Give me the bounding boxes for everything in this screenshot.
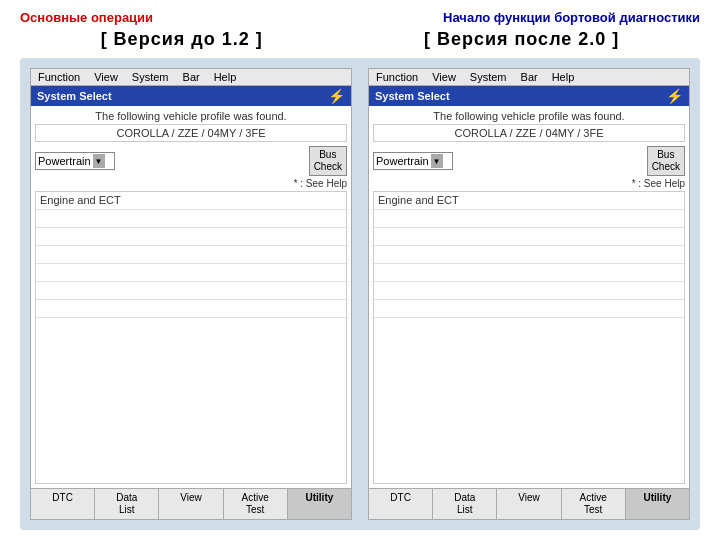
right-dropdown-arrow[interactable]: ▼ [431,154,443,168]
left-bus-check-button[interactable]: BusCheck [309,146,347,176]
panels-row: Function View System Bar Help System Sel… [20,58,700,530]
right-menu-system[interactable]: System [467,70,510,84]
left-menu-help[interactable]: Help [211,70,240,84]
list-item [374,264,684,282]
right-tab-data-list[interactable]: DataList [433,489,497,519]
right-profile-found: The following vehicle profile was found. [373,110,685,122]
list-item [374,300,684,318]
version-row: [ Версия до 1.2 ] [ Версия после 2.0 ] [20,29,700,50]
left-tab-data-list[interactable]: DataList [95,489,159,519]
left-tab-active-test[interactable]: ActiveTest [224,489,288,519]
list-item: Engine and ECT [374,192,684,210]
right-tab-view[interactable]: View [497,489,561,519]
list-item [36,228,346,246]
version-right: [ Версия после 2.0 ] [424,29,619,50]
left-powertrain-label: Powertrain [38,155,91,167]
right-panel-inner: Function View System Bar Help System Sel… [368,68,690,520]
left-tab-dtc[interactable]: DTC [31,489,95,519]
list-item [36,246,346,264]
list-item [374,210,684,228]
right-powertrain-row: Powertrain ▼ BusCheck [373,146,685,176]
right-menu-function[interactable]: Function [373,70,421,84]
left-profile-found: The following vehicle profile was found. [35,110,347,122]
version-left: [ Версия до 1.2 ] [101,29,263,50]
right-menu-help[interactable]: Help [549,70,578,84]
right-tab-active-test[interactable]: ActiveTest [562,489,626,519]
right-section-label: Начало функции бортовой диагностики [443,10,700,25]
left-tab-view[interactable]: View [159,489,223,519]
left-vehicle-info: COROLLA / ZZE / 04MY / 3FE [35,124,347,142]
left-menu-bar: Function View System Bar Help [31,69,351,86]
left-dropdown-arrow[interactable]: ▼ [93,154,105,168]
left-panel-inner: Function View System Bar Help System Sel… [30,68,352,520]
right-vehicle-info: COROLLA / ZZE / 04MY / 3FE [373,124,685,142]
left-menu-view[interactable]: View [91,70,121,84]
left-menu-bar[interactable]: Bar [180,70,203,84]
left-system-select-label: System Select [37,90,112,102]
right-list-area: Engine and ECT [373,191,685,484]
list-item [374,228,684,246]
page: Основные операции Начало функции бортово… [0,0,720,540]
right-lightning-icon: ⚡ [666,88,683,104]
left-lightning-icon: ⚡ [328,88,345,104]
right-powertrain-dropdown[interactable]: Powertrain ▼ [373,152,453,170]
list-item: Engine and ECT [36,192,346,210]
list-item [36,300,346,318]
left-tab-bar: DTC DataList View ActiveTest Utility [31,488,351,519]
list-item [36,264,346,282]
right-tab-bar: DTC DataList View ActiveTest Utility [369,488,689,519]
left-list-area: Engine and ECT [35,191,347,484]
left-powertrain-row: Powertrain ▼ BusCheck [35,146,347,176]
left-section-label: Основные операции [20,10,153,25]
right-menu-bar[interactable]: Bar [518,70,541,84]
list-item [36,210,346,228]
list-item [374,246,684,264]
left-menu-system[interactable]: System [129,70,172,84]
left-panel: Function View System Bar Help System Sel… [30,68,352,520]
right-powertrain-label: Powertrain [376,155,429,167]
top-labels: Основные операции Начало функции бортово… [20,10,700,25]
list-item [374,282,684,300]
right-tab-utility[interactable]: Utility [626,489,689,519]
right-system-select-label: System Select [375,90,450,102]
left-tab-utility[interactable]: Utility [288,489,351,519]
left-content-area: The following vehicle profile was found.… [31,106,351,488]
left-system-select-bar: System Select ⚡ [31,86,351,106]
right-bus-check-button[interactable]: BusCheck [647,146,685,176]
right-menu-bar: Function View System Bar Help [369,69,689,86]
right-menu-view[interactable]: View [429,70,459,84]
right-content-area: The following vehicle profile was found.… [369,106,689,488]
left-powertrain-dropdown[interactable]: Powertrain ▼ [35,152,115,170]
right-see-help: * : See Help [373,178,685,189]
left-see-help: * : See Help [35,178,347,189]
list-item [36,282,346,300]
right-system-select-bar: System Select ⚡ [369,86,689,106]
right-panel: Function View System Bar Help System Sel… [368,68,690,520]
left-menu-function[interactable]: Function [35,70,83,84]
right-tab-dtc[interactable]: DTC [369,489,433,519]
